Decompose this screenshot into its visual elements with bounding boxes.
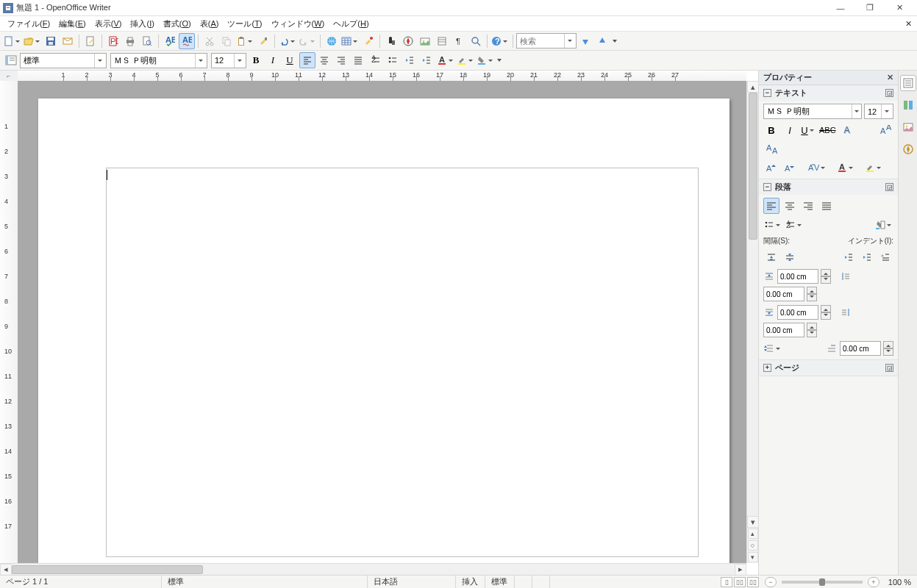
format-toolbar-overflow-button[interactable] (496, 52, 503, 68)
line-spacing-button[interactable] (763, 340, 782, 356)
indent-after-spinner[interactable] (807, 323, 817, 337)
status-language[interactable]: 日本語 (368, 576, 456, 588)
sidebar-font-name-combo[interactable] (763, 104, 862, 119)
copy-button[interactable] (218, 33, 235, 49)
indent-first-spinner[interactable] (883, 341, 893, 356)
font-size-input[interactable] (212, 54, 234, 68)
undo-button[interactable] (278, 33, 297, 49)
menu-tools[interactable]: ツール(T) (223, 17, 266, 31)
spacing-above-spinner[interactable] (821, 269, 831, 284)
view-multi-page-button[interactable]: ▯▯ (734, 577, 746, 587)
increase-indent-button[interactable] (418, 52, 435, 68)
sidebar-underline-button[interactable]: U (800, 122, 816, 138)
styles-tab-button[interactable] (900, 97, 916, 113)
align-justify-button[interactable] (350, 52, 366, 68)
paragraph-style-drop-icon[interactable] (94, 54, 104, 68)
background-color-button[interactable] (476, 52, 495, 68)
auto-spellcheck-button[interactable]: ABC (179, 33, 195, 49)
align-left-button[interactable] (299, 52, 315, 68)
minimize-button[interactable]: ― (826, 1, 855, 15)
properties-tab-button[interactable] (900, 75, 916, 91)
sidebar-font-drop-icon[interactable] (852, 104, 861, 118)
increase-spacing-button[interactable] (763, 249, 779, 265)
spacing-below-spinner[interactable] (821, 305, 831, 320)
decrease-indent-button[interactable] (402, 52, 418, 68)
view-book-button[interactable]: ▯▯ (747, 577, 759, 587)
expand-panel-icon[interactable]: ◲ (885, 183, 893, 191)
bullet-list-button[interactable] (385, 52, 401, 68)
close-document-button[interactable]: ✕ (902, 19, 914, 29)
horizontal-scrollbar[interactable]: ◂ ▸ (0, 563, 746, 575)
numbered-list-button[interactable]: 12 (368, 52, 384, 68)
help-button[interactable]: ? (490, 33, 510, 49)
sidebar-italic-button[interactable]: I (782, 122, 798, 138)
spellcheck-button[interactable]: ABC (162, 33, 178, 49)
hscroll-thumb[interactable] (12, 565, 203, 574)
sidebar-superscript-button[interactable]: AA (877, 122, 893, 138)
vscroll-thumb[interactable] (749, 93, 757, 240)
menu-file[interactable]: ファイル(F) (3, 17, 54, 31)
search-combo[interactable] (516, 33, 577, 49)
sidebar-increase-font-button[interactable]: A (763, 159, 779, 176)
paragraph-style-combo[interactable] (20, 53, 107, 68)
toolbar-overflow-button[interactable] (611, 33, 618, 49)
font-name-combo[interactable] (110, 53, 207, 68)
menu-insert[interactable]: 挿入(I) (126, 17, 158, 31)
edit-file-button[interactable] (82, 33, 99, 49)
scroll-left-button[interactable]: ◂ (0, 564, 12, 576)
sidebar-shadow-button[interactable]: A (839, 122, 855, 138)
sidebar-subscript-button[interactable]: AA (763, 140, 779, 157)
view-single-page-button[interactable]: ▯ (721, 577, 732, 587)
hscroll-track[interactable] (12, 564, 735, 576)
sidebar-align-right-button[interactable] (800, 198, 816, 214)
page[interactable] (38, 98, 729, 563)
print-preview-button[interactable] (139, 33, 155, 49)
prev-page-nav-button[interactable]: ▴ (748, 528, 758, 539)
status-page[interactable]: ページ 1 / 1 (0, 576, 162, 588)
export-pdf-button[interactable]: PDF (105, 33, 121, 49)
font-color-button[interactable]: A (436, 52, 455, 68)
decrease-indent-icon-button[interactable] (859, 249, 875, 265)
zoom-slider-knob[interactable] (819, 578, 825, 586)
sidebar-size-drop-icon[interactable] (881, 104, 891, 118)
gallery-button[interactable] (417, 33, 433, 49)
sidebar-para-bgcolor-button[interactable] (874, 217, 893, 233)
paragraph-panel-title[interactable]: − 段落 ◲ (759, 179, 898, 195)
font-size-combo[interactable] (211, 53, 246, 68)
sidebar-close-button[interactable]: ✕ (887, 73, 893, 82)
navigation-button[interactable]: ○ (748, 540, 758, 551)
align-right-button[interactable] (333, 52, 349, 68)
sidebar-bold-button[interactable]: B (763, 122, 779, 138)
format-paintbrush-button[interactable] (255, 33, 271, 49)
zoom-button[interactable] (468, 33, 484, 49)
redo-button[interactable] (298, 33, 317, 49)
menu-view[interactable]: 表示(V) (90, 17, 126, 31)
menu-window[interactable]: ウィンドウ(W) (267, 17, 329, 31)
hanging-indent-button[interactable] (877, 249, 893, 265)
sidebar-highlight-button[interactable] (864, 159, 883, 176)
menu-format[interactable]: 書式(O) (159, 17, 196, 31)
paragraph-style-input[interactable] (21, 54, 94, 68)
expand-panel-icon[interactable]: ◲ (885, 364, 893, 372)
find-replace-button[interactable] (383, 33, 399, 49)
sidebar-font-size-input[interactable] (865, 104, 881, 118)
indent-after-input[interactable] (763, 323, 804, 337)
data-sources-button[interactable] (434, 33, 450, 49)
search-drop-icon[interactable] (564, 34, 574, 48)
highlight-color-button[interactable] (456, 52, 475, 68)
status-signature-icon[interactable] (532, 576, 550, 588)
sidebar-char-spacing-button[interactable]: AV (807, 159, 827, 176)
status-insert-mode[interactable]: 挿入 (456, 576, 485, 588)
status-zoom-value[interactable]: 100 % (880, 576, 917, 588)
insert-table-button[interactable] (340, 33, 360, 49)
navigator-tab-button[interactable] (900, 141, 916, 157)
sidebar-align-center-button[interactable] (782, 198, 798, 214)
vertical-ruler[interactable]: 1234567891011121314151617 (0, 81, 18, 563)
expand-panel-icon[interactable]: ◲ (885, 89, 893, 97)
bold-button[interactable]: B (248, 52, 264, 68)
sidebar-strikethrough-button[interactable]: ABC (818, 122, 837, 138)
horizontal-ruler[interactable]: 1234567891011121314151617181920212223242… (18, 71, 746, 81)
sidebar-align-justify-button[interactable] (818, 198, 835, 214)
hyperlink-button[interactable] (324, 33, 340, 49)
zoom-out-button[interactable]: − (765, 577, 777, 587)
